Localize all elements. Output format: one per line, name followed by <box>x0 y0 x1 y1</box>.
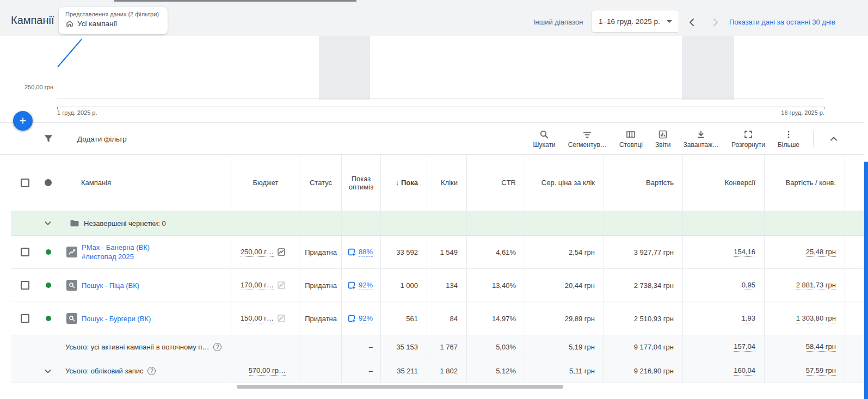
budget-value[interactable]: 170,00 г… <box>241 281 274 290</box>
header-avg-cpc[interactable]: Сер. ціна за клік <box>525 155 604 211</box>
conversions-total[interactable]: 160,04 <box>734 366 755 376</box>
status-value: Придатна <box>300 302 342 335</box>
download-label: Завантаж… <box>684 141 719 149</box>
ctr-total: 5,03% <box>467 335 525 359</box>
next-range-button[interactable] <box>707 15 723 30</box>
data-view-subtitle: Представлення даних (2 фільтри) <box>65 11 161 17</box>
collapse-group-chevron-icon[interactable] <box>44 219 52 228</box>
clicks-value: 134 <box>427 269 467 302</box>
download-button[interactable]: Завантаж… <box>681 130 722 149</box>
ctr-total: 5,12% <box>467 359 525 383</box>
row-checkbox[interactable] <box>21 248 29 256</box>
reports-label: Звіти <box>655 141 671 149</box>
total-row-label: Усього: усі активні кампанії в поточному… <box>65 343 209 351</box>
campaign-row: PMax - Банерна (ВК)#листопад 2025 250,00… <box>11 236 864 269</box>
expand-button[interactable]: Розгорнути <box>729 130 767 149</box>
page-title: Кампанії <box>11 14 54 27</box>
x-axis-start-label: 1 груд. 2025 р. <box>57 109 97 116</box>
cost-per-conv-value[interactable]: 2 881,73 грн <box>796 281 836 290</box>
data-view-label: Усі кампанії <box>77 20 117 28</box>
date-range-picker[interactable]: 1–16 груд. 2025 р. <box>592 10 679 33</box>
cost-per-conv-value[interactable]: 25,48 грн <box>806 248 836 257</box>
vertical-scrollbar[interactable] <box>864 162 868 399</box>
segment-label: Сегментув… <box>568 141 607 149</box>
cost-per-conv-value[interactable]: 1 303,80 грн <box>796 314 836 323</box>
more-button[interactable]: Більше <box>775 130 802 149</box>
clicks-value: 84 <box>427 302 467 335</box>
campaign-row: Пошук - Піца (ВК) 170,00 г… Придатна 92%… <box>11 269 864 302</box>
shared-budget-chart-icon-disabled <box>277 314 286 323</box>
search-button[interactable]: Шукати <box>531 130 558 149</box>
conversions-total[interactable]: 157,04 <box>734 342 755 352</box>
columns-button[interactable]: Стовпці <box>617 130 645 149</box>
header-cost-per-conv[interactable]: Вартість / конв. <box>765 155 845 211</box>
help-icon[interactable]: ? <box>213 343 221 351</box>
conversions-value[interactable]: 1,93 <box>742 314 755 323</box>
range-label: Інший діапазон <box>533 18 583 26</box>
folder-icon <box>70 219 79 228</box>
header-clicks[interactable]: Кліки <box>427 155 467 211</box>
budget-value[interactable]: 250,00 г… <box>241 248 274 257</box>
header-ctr[interactable]: CTR <box>467 155 525 211</box>
campaign-name-link[interactable]: Пошук - Піца (ВК) <box>82 281 139 290</box>
optimization-score-value[interactable]: 88% <box>359 248 373 257</box>
ctr-value: 14,97% <box>467 302 525 335</box>
status-value: Придатна <box>300 269 342 302</box>
search-campaign-icon <box>66 280 77 291</box>
add-campaign-button[interactable]: + <box>13 111 33 131</box>
row-checkbox[interactable] <box>21 314 29 323</box>
campaigns-table: Додати фільтр Шукати Сегментув… Стовпці <box>0 122 864 383</box>
optimization-score-value[interactable]: 92% <box>359 281 373 290</box>
more-label: Більше <box>778 141 799 149</box>
add-filter-button[interactable]: Додати фільтр <box>44 123 127 155</box>
add-filter-label: Додати фільтр <box>77 135 127 143</box>
campaign-name-link[interactable]: PMax - Банерна (ВК)#листопад 2025 <box>82 243 150 261</box>
avg-cpc-value: 29,89 грн <box>525 302 604 335</box>
expand-totals-chevron-icon[interactable] <box>44 367 52 376</box>
collapse-table-button[interactable] <box>825 131 842 146</box>
cost-per-conv-total[interactable]: 58,44 грн <box>806 342 836 352</box>
header-status[interactable]: Статус <box>300 155 342 211</box>
enabled-status-dot[interactable] <box>46 249 51 255</box>
drafts-group-label: Незавершені чернетки: 0 <box>84 219 166 228</box>
enabled-status-dot[interactable] <box>46 316 51 321</box>
header-campaign[interactable]: Кампанія <box>81 179 111 187</box>
cost-value: 2 510,93 грн <box>604 302 683 335</box>
cost-total: 9 177,04 грн <box>604 335 683 359</box>
show-last-30-days-link[interactable]: Показати дані за останні 30 днів <box>729 18 835 26</box>
campaign-name-link[interactable]: Пошук - Бургери (ВК) <box>82 314 151 323</box>
toolbar-divider <box>813 131 814 147</box>
budget-total[interactable]: 570,00 гр… <box>249 366 286 376</box>
horizontal-scrollbar[interactable] <box>237 385 563 389</box>
cost-per-conv-total[interactable]: 57,59 грн <box>806 366 836 376</box>
reports-icon <box>658 130 668 139</box>
impressions-value: 561 <box>381 302 427 335</box>
download-icon <box>696 130 706 139</box>
top-divider-bar <box>114 0 356 2</box>
total-account-row: Усього: обліковий запис ? 570,00 гр… – 3… <box>11 359 864 383</box>
enabled-status-dot[interactable] <box>46 283 51 288</box>
reports-button[interactable]: Звіти <box>653 130 673 149</box>
data-view-chip[interactable]: Представлення даних (2 фільтри) Усі камп… <box>59 7 168 34</box>
budget-value[interactable]: 150,00 г… <box>241 314 274 323</box>
columns-label: Стовпці <box>619 141 643 149</box>
header-conversions[interactable]: Конверсії <box>683 155 765 211</box>
previous-range-button[interactable] <box>685 15 700 30</box>
segment-button[interactable]: Сегментув… <box>566 130 609 149</box>
header-cost[interactable]: Вартість <box>604 155 683 211</box>
help-icon[interactable]: ? <box>147 367 156 375</box>
table-header-row: Кампанія Бюджет Статус Показ оптиміз ↓ П… <box>11 155 864 211</box>
optimization-score-value[interactable]: 92% <box>359 314 373 323</box>
row-checkbox[interactable] <box>21 281 29 290</box>
select-all-checkbox[interactable] <box>21 179 29 187</box>
y-axis-tick-250: 250,00 грн <box>0 84 53 90</box>
cost-total: 9 216,90 грн <box>604 359 683 383</box>
status-filter-dot-icon[interactable] <box>45 179 52 186</box>
conversions-value[interactable]: 154,16 <box>734 248 755 257</box>
clicks-total: 1 767 <box>427 335 467 359</box>
header-budget[interactable]: Бюджет <box>231 155 300 211</box>
total-row-label: Усього: обліковий запис <box>65 367 143 375</box>
header-optim-score[interactable]: Показ оптиміз <box>342 155 381 211</box>
header-impressions-sorted[interactable]: ↓ Пока <box>381 155 427 211</box>
conversions-value[interactable]: 0,95 <box>742 281 755 290</box>
